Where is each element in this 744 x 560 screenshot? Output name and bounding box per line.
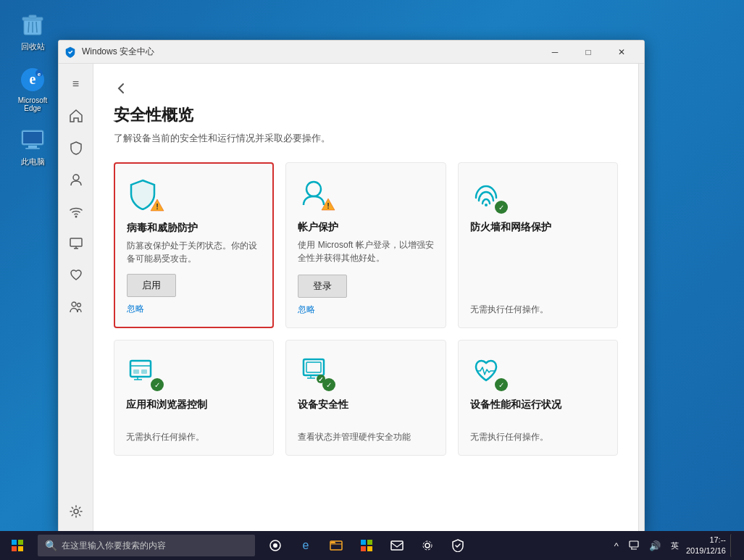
security-center-window: Windows 安全中心 ─ □ ✕ ≡ [58, 40, 645, 532]
app-browser-status: 无需执行任何操作。 [126, 425, 262, 443]
tray-clock: 17:-- 2019/12/16 [686, 535, 726, 557]
taskbar-search-box[interactable]: 🔍 在这里输入你要搜索的内容 [38, 535, 255, 556]
device-security-title: 设备安全性 [298, 398, 433, 411]
page-title: 安全性概览 [114, 104, 618, 126]
svg-rect-2 [29, 15, 36, 18]
device-performance-status: 无需执行任何操作。 [470, 425, 606, 443]
window-body: ≡ [59, 64, 644, 532]
search-placeholder: 在这里输入你要搜索的内容 [62, 540, 166, 552]
firewall-status: 无需执行任何操作。 [470, 298, 606, 316]
account-protection-desc: 使用 Microsoft 帐户登录，以增强安全性并获得其他好处。 [298, 238, 433, 266]
account-protection-icon-area: ! [298, 177, 333, 212]
svg-point-15 [75, 216, 77, 218]
device-performance-icon-area: ✓ [470, 355, 505, 390]
svg-rect-30 [133, 369, 139, 374]
shield-nav-icon[interactable] [62, 133, 91, 162]
svg-rect-48 [367, 540, 372, 545]
window-scrollbar[interactable] [638, 64, 644, 532]
account-ignore-link[interactable]: 忽略 [298, 304, 433, 316]
close-button[interactable]: ✕ [605, 41, 638, 64]
home-nav-icon[interactable] [62, 101, 91, 130]
tray-clock-area[interactable]: 17:-- 2019/12/16 [686, 535, 726, 557]
tray-volume[interactable]: 🔊 [646, 539, 664, 553]
enable-button[interactable]: 启用 [127, 274, 176, 297]
recycle-bin-icon[interactable]: 回收站 [7, 7, 58, 55]
svg-rect-49 [361, 546, 366, 551]
taskbar-store-button[interactable] [352, 531, 381, 560]
svg-point-52 [425, 543, 430, 548]
svg-rect-28 [130, 361, 151, 377]
monitor-nav-icon[interactable] [62, 229, 91, 258]
account-protection-card: ! 帐户保护 使用 Microsoft 帐户登录，以增强安全性并获得其他好处。 … [285, 162, 446, 328]
taskbar-explorer-button[interactable] [322, 531, 351, 560]
tray-language[interactable]: 英 [668, 539, 682, 553]
warning-badge: ! [150, 198, 164, 214]
svg-point-45 [273, 543, 277, 548]
account-protection-title: 帐户保护 [298, 221, 433, 234]
computer-label: 此电脑 [21, 156, 45, 167]
virus-protection-card: ! 病毒和威胁防护 防篡改保护处于关闭状态。你的设备可能易受攻击。 启用 忽略 [114, 162, 274, 328]
svg-text:e: e [38, 71, 41, 78]
taskbar-mail-button[interactable] [383, 531, 411, 560]
window-titlebar: Windows 安全中心 ─ □ ✕ [59, 41, 644, 64]
menu-icon[interactable]: ≡ [62, 70, 91, 99]
svg-text:e: e [30, 71, 36, 87]
svg-point-14 [73, 175, 79, 180]
app-browser-icon-area: ✓ [126, 355, 161, 390]
device-performance-card: ✓ 设备性能和运行状况 无需执行任何操作。 [458, 340, 618, 456]
svg-rect-31 [141, 369, 147, 374]
taskbar-defender-button[interactable] [443, 531, 472, 560]
minimize-button[interactable]: ─ [538, 41, 572, 64]
heart-nav-icon[interactable] [62, 261, 91, 290]
virus-ignore-link[interactable]: 忽略 [127, 303, 261, 315]
svg-rect-47 [361, 540, 366, 545]
app-browser-card: ✓ 应用和浏览器控制 无需执行任何操作。 [114, 340, 274, 456]
settings-icon[interactable] [62, 497, 91, 526]
main-content: 安全性概览 了解设备当前的安全性和运行情况并采取必要操作。 [93, 64, 638, 532]
edge-label: MicrosoftEdge [18, 96, 48, 112]
svg-rect-40 [12, 540, 17, 545]
svg-rect-11 [23, 132, 42, 143]
cards-grid: ! 病毒和威胁防护 防篡改保护处于关闭状态。你的设备可能易受攻击。 启用 忽略 [114, 162, 618, 456]
edge-icon[interactable]: e e MicrosoftEdge [7, 62, 58, 115]
maximize-button[interactable]: □ [572, 41, 605, 64]
wifi-nav-icon[interactable] [62, 197, 91, 226]
firewall-title: 防火墙和网络保护 [470, 221, 606, 234]
device-performance-title: 设备性能和运行状况 [470, 398, 606, 411]
firewall-icon-area: ✓ [470, 177, 505, 212]
svg-text:!: ! [156, 202, 159, 211]
svg-point-53 [423, 541, 432, 550]
start-button[interactable] [0, 531, 35, 560]
window-sidebar: ≡ [59, 64, 93, 532]
svg-point-27 [485, 204, 488, 206]
my-computer-icon[interactable]: 此电脑 [7, 122, 58, 170]
window-controls: ─ □ ✕ [538, 41, 638, 64]
svg-point-19 [72, 302, 76, 306]
tray-network[interactable] [626, 539, 642, 552]
taskbar-tray: ^ 🔊 英 17:-- 2019/12/16 [611, 534, 744, 557]
show-desktop-button[interactable] [730, 534, 738, 557]
tray-show-hidden[interactable]: ^ [611, 539, 622, 553]
back-button[interactable] [114, 81, 618, 99]
svg-rect-51 [391, 541, 403, 550]
family-nav-icon[interactable] [62, 293, 91, 322]
taskbar: 🔍 在这里输入你要搜索的内容 e [0, 531, 744, 560]
taskbar-edge-button[interactable]: e [291, 531, 320, 560]
svg-rect-41 [18, 540, 23, 545]
svg-rect-13 [25, 148, 40, 149]
device-security-ok-badge: ✓ [322, 378, 335, 391]
svg-point-20 [77, 304, 80, 307]
taskbar-apps: e [261, 531, 472, 560]
app-browser-title: 应用和浏览器控制 [126, 398, 262, 411]
taskbar-settings-button[interactable] [413, 531, 442, 560]
task-view-button[interactable] [261, 531, 290, 560]
desktop-icons-area: 回收站 e e MicrosoftEdge [7, 7, 58, 170]
device-security-card: ✓ ✓ 设备安全性 查看状态并管理硬件安全功能 [285, 340, 446, 456]
firewall-ok-badge: ✓ [495, 201, 508, 214]
person-nav-icon[interactable] [62, 165, 91, 194]
svg-text:!: ! [327, 201, 330, 210]
svg-rect-43 [18, 546, 23, 551]
login-button[interactable]: 登录 [298, 275, 347, 298]
app-browser-ok-badge: ✓ [151, 378, 164, 391]
virus-protection-title: 病毒和威胁防护 [127, 222, 261, 235]
